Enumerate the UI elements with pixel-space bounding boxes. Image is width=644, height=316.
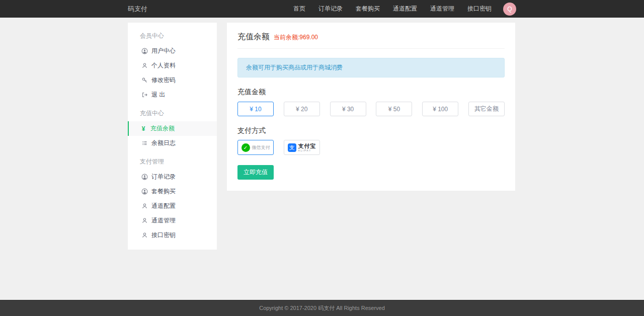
user-circle-icon — [141, 188, 148, 195]
amount-option-10[interactable]: ¥ 10 — [237, 102, 274, 116]
amount-option-other[interactable]: 其它金额 — [468, 102, 505, 116]
person-icon — [141, 203, 148, 210]
amount-option-100[interactable]: ¥ 100 — [422, 102, 458, 116]
amount-section-label: 充值金额 — [237, 88, 505, 97]
payment-options: ✓ 微信支付 支 支付宝 ALIPAY — [237, 140, 505, 155]
amount-options: ¥ 10 ¥ 20 ¥ 30 ¥ 50 ¥ 100 其它金额 — [237, 102, 505, 116]
sidebar-item-label: 余额日志 — [151, 139, 176, 147]
sidebar-item-label: 套餐购买 — [151, 187, 176, 196]
nav-item-orders[interactable]: 订单记录 — [312, 0, 349, 18]
sidebar-item-label: 通道配置 — [151, 202, 176, 210]
avatar[interactable]: Q — [503, 3, 516, 16]
sidebar-item-label: 退 出 — [151, 91, 165, 99]
wechat-pay-icon: ✓ — [242, 143, 250, 152]
list-icon — [141, 140, 148, 147]
user-circle-icon — [141, 174, 148, 181]
sidebar-item-change-password[interactable]: 修改密码 — [128, 73, 217, 88]
info-alert: 余额可用于购买商品或用于商城消费 — [237, 58, 505, 77]
payment-option-alipay[interactable]: 支 支付宝 ALIPAY — [284, 140, 320, 155]
nav-item-channel-config[interactable]: 通道配置 — [386, 0, 424, 18]
logout-icon — [141, 92, 148, 99]
sidebar-item-order-records[interactable]: 订单记录 — [128, 170, 217, 184]
top-navbar: 码支付 首页 订单记录 套餐购买 通道配置 通道管理 接口密钥 Q — [0, 0, 644, 18]
sidebar-item-label: 修改密码 — [151, 76, 176, 85]
payment-option-wechat[interactable]: ✓ 微信支付 — [237, 140, 274, 155]
sidebar-item-api-key[interactable]: 接口密钥 — [128, 228, 217, 243]
recharge-now-button[interactable]: 立即充值 — [237, 165, 274, 180]
sidebar-item-channel-manage[interactable]: 通道管理 — [128, 213, 217, 228]
content-area: 会员中心 用户中心 个人资料 修改密码 退 出 充值中心 — [128, 18, 516, 300]
sidebar-item-label: 个人资料 — [151, 61, 176, 70]
sidebar-item-label: 接口密钥 — [151, 231, 176, 240]
recharge-panel: 充值余额 当前余额:969.00 余额可用于购买商品或用于商城消费 充值金额 ¥… — [227, 23, 515, 191]
sidebar-header-recharge-center: 充值中心 — [128, 105, 217, 121]
sidebar-item-user-center[interactable]: 用户中心 — [128, 44, 217, 58]
sidebar-item-package-buy[interactable]: 套餐购买 — [128, 184, 217, 199]
amount-option-20[interactable]: ¥ 20 — [284, 102, 320, 116]
nav-links: 首页 订单记录 套餐购买 通道配置 通道管理 接口密钥 Q — [287, 0, 516, 18]
amount-option-30[interactable]: ¥ 30 — [330, 102, 366, 116]
alipay-label: 支付宝 ALIPAY — [298, 143, 316, 152]
key-icon — [141, 77, 148, 84]
nav-item-api-key[interactable]: 接口密钥 — [461, 0, 498, 18]
person-icon — [141, 232, 148, 239]
sidebar-item-label: 通道管理 — [151, 216, 176, 225]
alipay-icon: 支 — [288, 143, 296, 152]
person-icon — [141, 217, 148, 224]
nav-item-home[interactable]: 首页 — [287, 0, 312, 18]
sidebar-item-channel-config[interactable]: 通道配置 — [128, 199, 217, 213]
user-circle-icon — [141, 48, 148, 55]
sidebar-item-logout[interactable]: 退 出 — [128, 88, 217, 102]
current-balance: 当前余额:969.00 — [274, 33, 318, 42]
person-icon — [141, 62, 148, 69]
copyright-text: Copyright © 2017-2020 码支付 All Rights Res… — [259, 304, 385, 312]
yen-icon: ¥ — [140, 125, 147, 132]
sidebar-item-balance-log[interactable]: 余额日志 — [128, 136, 217, 150]
payment-section-label: 支付方式 — [237, 126, 505, 135]
nav-item-channel-manage[interactable]: 通道管理 — [424, 0, 461, 18]
sidebar-header-payment-manage: 支付管理 — [128, 153, 217, 170]
brand-logo[interactable]: 码支付 — [128, 5, 147, 14]
footer: Copyright © 2017-2020 码支付 All Rights Res… — [0, 300, 644, 316]
amount-option-50[interactable]: ¥ 50 — [376, 102, 412, 116]
title-row: 充值余额 当前余额:969.00 — [237, 32, 505, 49]
sidebar-header-member-center: 会员中心 — [128, 28, 217, 44]
sidebar-item-label: 充值余额 — [150, 124, 175, 133]
sidebar-item-label: 用户中心 — [151, 47, 176, 55]
sidebar-item-profile[interactable]: 个人资料 — [128, 58, 217, 73]
nav-item-packages[interactable]: 套餐购买 — [349, 0, 386, 18]
wechat-pay-label: 微信支付 — [252, 144, 270, 151]
sidebar-item-recharge-balance[interactable]: ¥ 充值余额 — [128, 121, 217, 136]
sidebar-item-label: 订单记录 — [151, 173, 176, 181]
page-title: 充值余额 — [237, 32, 270, 42]
sidebar: 会员中心 用户中心 个人资料 修改密码 退 出 充值中心 — [128, 23, 217, 250]
